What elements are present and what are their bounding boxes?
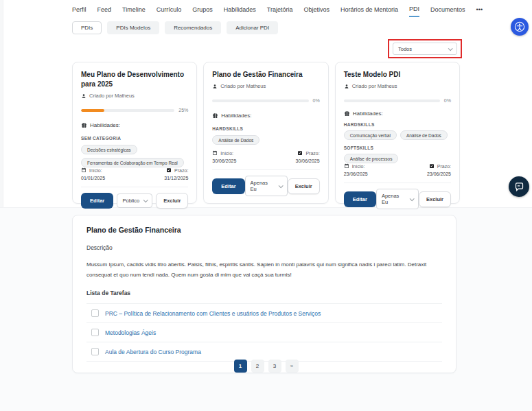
page-button-3[interactable]: 3: [268, 360, 281, 373]
tasks-label: Lista de Tarefas: [86, 290, 442, 296]
subtab-adicionar-pdi[interactable]: Adicionar PDI: [227, 21, 278, 34]
due-date-block: Prazo: 30/06/2025: [296, 150, 320, 163]
subtab-pdis[interactable]: PDIs: [72, 21, 102, 34]
filter-selected-value: Todos: [398, 46, 412, 52]
chevron-down-icon: [448, 46, 453, 51]
card-title: Teste Modelo PDI: [344, 70, 451, 80]
page-button-1[interactable]: 1: [234, 360, 247, 373]
person-icon: [212, 84, 218, 89]
progress-track: [81, 109, 174, 112]
skill-tag: Decisões estratégicas: [81, 145, 137, 154]
chat-bubble-icon: [514, 182, 524, 192]
pdi-card-meu-plano: Meu Plano de Desenvolvimento para 2025 C…: [72, 62, 197, 204]
calendar-check-icon: [429, 163, 435, 169]
task-link[interactable]: Aula de Abertura do Curso Programa: [105, 349, 201, 355]
edit-button[interactable]: Editar: [344, 191, 376, 207]
start-label: Início:: [89, 168, 102, 173]
accessibility-button[interactable]: [511, 18, 529, 36]
skill-tag: Ferramentas de Colaboração em Tempo Real: [81, 158, 184, 167]
description-text: Mussum Ipsum, cacilds vidis litro aberti…: [86, 259, 442, 280]
edit-button[interactable]: Editar: [212, 178, 244, 194]
tab-perfil[interactable]: Perfil: [72, 6, 86, 16]
task-checkbox[interactable]: [91, 348, 99, 355]
skills-label: Habilidades:: [90, 122, 120, 128]
filter-dropdown[interactable]: Todos: [393, 43, 457, 55]
delete-button[interactable]: Excluir: [419, 191, 451, 207]
skill-category-label: SEM CATEGORIA: [81, 136, 188, 141]
profile-tabs-nav: Perfil Feed Timeline Currículo Grupos Ha…: [72, 5, 483, 17]
pdi-card-gestao-financeira: Plano de Gestão Financeira Criado por Ma…: [203, 62, 328, 204]
skill-tag: Análise de Dados: [212, 135, 259, 145]
skill-category-label: HARDSKILLS: [212, 126, 319, 131]
progress-bar: 0%: [344, 98, 451, 103]
filter-highlight-box: Todos: [388, 39, 462, 58]
skills-label: Habilidades:: [353, 110, 383, 117]
visibility-dropdown[interactable]: Apenas Eu: [245, 176, 288, 196]
calendar-icon: [81, 167, 86, 173]
tab-curriculo[interactable]: Currículo: [157, 6, 182, 16]
tab-feed[interactable]: Feed: [97, 6, 112, 16]
start-date: 01/01/2025: [81, 176, 105, 180]
visibility-dropdown[interactable]: Apenas Eu: [376, 189, 419, 209]
task-row[interactable]: Metodologias Ágeis: [86, 323, 442, 342]
skills-brain-icon: [212, 113, 218, 119]
progress-fill: [81, 109, 104, 112]
skill-tags: Análise de Dados: [212, 135, 319, 145]
start-date-block: Início: 30/06/2025: [212, 150, 236, 163]
tab-grupos[interactable]: Grupos: [192, 6, 213, 16]
tab-horarios-mentoria[interactable]: Horários de Mentoria: [340, 6, 398, 16]
tab-habilidades[interactable]: Habilidades: [224, 6, 256, 16]
pagination: 1 2 3 »: [0, 360, 532, 373]
author-text: Criado por Matheus: [352, 83, 397, 89]
chat-button[interactable]: [509, 176, 529, 197]
tab-timeline[interactable]: Timeline: [122, 6, 146, 16]
pdi-cards-row: Meu Plano de Desenvolvimento para 2025 C…: [72, 62, 460, 204]
pdi-detail-panel: Plano de Gestão Financeira Descrição Mus…: [72, 215, 456, 373]
subtab-pdis-modelos[interactable]: PDIs Modelos: [107, 21, 159, 34]
author-text: Criado por Matheus: [89, 93, 135, 99]
skills-heading: Habilidades:: [81, 122, 188, 128]
person-icon: [81, 93, 86, 99]
skills-heading: Habilidades:: [344, 110, 451, 117]
skill-tag: Comunicação verbal: [344, 130, 397, 140]
subtab-recomendados[interactable]: Recomendados: [165, 21, 221, 34]
task-link[interactable]: PRC – Política de Relacionamento com Cli…: [105, 310, 321, 317]
task-checkbox[interactable]: [91, 309, 99, 317]
due-date: 30/06/2025: [296, 158, 320, 163]
card-actions: Editar Público Excluir: [81, 193, 188, 209]
person-icon: [344, 84, 349, 89]
tab-more-ellipsis[interactable]: •••: [476, 6, 483, 16]
card-title: Plano de Gestão Financeira: [212, 70, 319, 80]
tab-pdi[interactable]: PDI: [409, 5, 419, 17]
tab-objetivos[interactable]: Objetivos: [303, 6, 329, 16]
start-label: Início:: [352, 164, 365, 169]
delete-button[interactable]: Excluir: [156, 193, 188, 209]
skill-tag: Análise de processos: [344, 154, 399, 163]
task-link[interactable]: Metodologias Ágeis: [105, 329, 156, 336]
task-checkbox[interactable]: [91, 329, 99, 336]
divider: [81, 187, 188, 187]
page-button-next[interactable]: »: [286, 360, 299, 373]
delete-button[interactable]: Excluir: [288, 178, 320, 194]
page-button-2[interactable]: 2: [251, 360, 264, 373]
calendar-check-icon: [166, 167, 172, 173]
progress-track: [344, 99, 440, 102]
tab-documentos[interactable]: Documentos: [430, 6, 465, 16]
edit-button[interactable]: Editar: [81, 193, 113, 209]
due-label: Prazo:: [305, 151, 319, 156]
card-author: Criado por Matheus: [212, 83, 319, 89]
progress-bar: 25%: [81, 108, 188, 113]
calendar-icon: [344, 163, 349, 169]
pdi-card-teste-modelo: Teste Modelo PDI Criado por Matheus 0% H…: [335, 62, 460, 204]
skill-tag: Análise de Dados: [400, 130, 448, 140]
card-actions: Editar Apenas Eu Excluir: [344, 189, 451, 209]
visibility-value: Apenas Eu: [251, 180, 275, 192]
visibility-dropdown[interactable]: Público: [117, 193, 152, 208]
task-row[interactable]: PRC – Política de Relacionamento com Cli…: [86, 304, 442, 323]
tab-trajetoria[interactable]: Trajetória: [267, 6, 293, 16]
card-actions: Editar Apenas Eu Excluir: [212, 176, 319, 196]
pdi-subtabs: PDIs PDIs Modelos Recomendados Adicionar…: [72, 21, 278, 34]
start-date: 23/06/2025: [344, 172, 368, 176]
progress-track: [212, 99, 308, 102]
progress-percent: 0%: [313, 98, 320, 103]
